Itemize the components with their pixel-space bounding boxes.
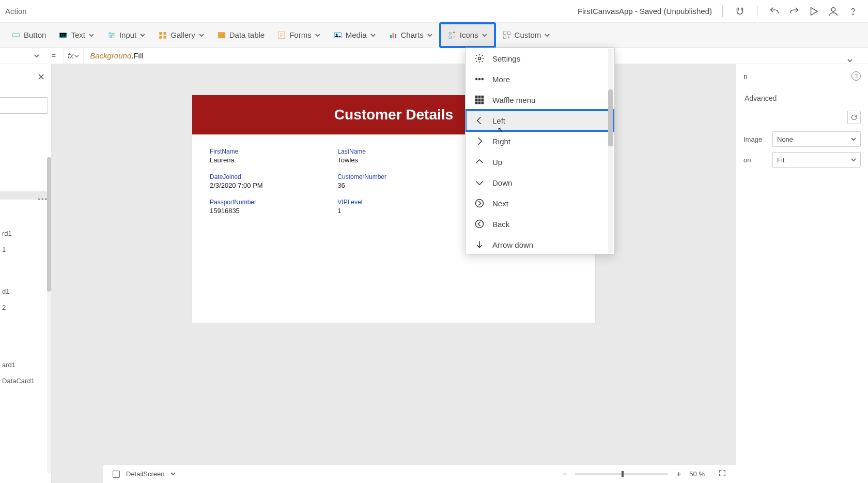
selection-name[interactable]: DetailScreen (126, 470, 164, 478)
dd-item-arrowdown[interactable]: Arrow down (466, 234, 614, 254)
svg-rect-30 (503, 32, 506, 34)
fx-button[interactable]: fx (63, 48, 84, 64)
svg-point-47 (476, 220, 484, 228)
help-icon[interactable] (847, 6, 859, 17)
dd-item-left[interactable]: Left ↖ (466, 110, 614, 131)
tree-node[interactable]: rd1 (0, 225, 51, 242)
dd-label: More (492, 75, 510, 84)
app-checker-icon[interactable] (734, 6, 746, 17)
dropdown-scrollbar-thumb[interactable] (608, 89, 613, 146)
dd-item-up[interactable]: Up (466, 152, 614, 172)
svg-rect-13 (160, 36, 162, 38)
ribbon-datatable[interactable]: Data table (212, 27, 270, 43)
tree-scrollbar[interactable] (47, 157, 51, 292)
svg-rect-41 (478, 99, 480, 100)
svg-rect-38 (478, 96, 480, 98)
media-icon (333, 31, 343, 40)
forms-icon (277, 31, 286, 40)
tree-node[interactable]: d1 (0, 283, 51, 299)
chevron-down-icon[interactable] (171, 470, 176, 478)
refresh-button[interactable] (847, 111, 861, 124)
ribbon-input[interactable]: Input (102, 27, 151, 43)
dd-label: Next (492, 199, 508, 208)
dd-item-next[interactable]: Next (466, 193, 614, 214)
ribbon-custom[interactable]: Custom (497, 27, 556, 43)
undo-icon[interactable] (769, 6, 780, 17)
svg-rect-12 (164, 32, 166, 35)
ribbon-button-label: Button (24, 31, 46, 39)
play-icon[interactable] (808, 6, 819, 17)
zoom-in-button[interactable]: + (674, 470, 683, 479)
gallery-icon (158, 31, 167, 40)
ribbon-charts-label: Charts (401, 31, 424, 39)
canvas-area: Customer Details FirstNameLaurena LastNa… (52, 64, 736, 483)
right-pane-chevron[interactable] (847, 56, 853, 65)
ribbon-media[interactable]: Media (328, 27, 381, 43)
chevron-down-icon (140, 32, 146, 38)
prop-label: on (743, 156, 767, 164)
fit-to-window-icon[interactable] (718, 469, 726, 479)
tree-node[interactable]: ard1 (0, 357, 51, 373)
ribbon-forms[interactable]: Forms (272, 27, 326, 43)
svg-point-46 (476, 200, 484, 207)
dd-label: Right (492, 137, 510, 146)
svg-rect-31 (507, 32, 510, 34)
ribbon-text[interactable]: Abc Text (53, 27, 100, 43)
share-icon[interactable] (828, 6, 839, 17)
svg-rect-14 (164, 36, 166, 38)
formula-object: Background (90, 51, 131, 60)
dd-item-down[interactable]: Down (466, 172, 614, 193)
tree-node[interactable]: 1 (0, 242, 51, 258)
ribbon-button[interactable]: Button (6, 27, 51, 43)
tab-action[interactable]: Action (5, 7, 27, 16)
svg-rect-42 (482, 99, 483, 100)
svg-rect-26 (392, 33, 394, 38)
tree-search[interactable] (0, 97, 48, 114)
field: VIPLevel1 (337, 199, 450, 215)
waffle-icon (474, 94, 485, 105)
dd-item-waffle[interactable]: Waffle menu (466, 89, 614, 110)
status-bar: DetailScreen − + 50 % (103, 464, 736, 483)
ribbon-gallery[interactable]: Gallery (153, 27, 210, 43)
dd-item-back[interactable]: Back (466, 214, 614, 234)
close-icon[interactable]: ✕ (37, 71, 45, 83)
prop-position-select[interactable]: Fit (772, 152, 861, 168)
svg-rect-43 (476, 102, 477, 103)
ribbon-icons[interactable]: Icons (440, 23, 495, 47)
charts-icon (389, 31, 398, 40)
dd-item-settings[interactable]: Settings (466, 48, 614, 69)
svg-rect-32 (503, 36, 506, 38)
dropdown-scrollbar-track[interactable] (608, 49, 613, 253)
tree-node[interactable]: 2 (0, 299, 51, 315)
svg-rect-2 (12, 34, 20, 37)
info-icon[interactable]: ? (851, 71, 861, 81)
ribbon-media-label: Media (346, 31, 367, 39)
field: FirstNameLaurena (210, 148, 322, 164)
dd-label: Left (492, 116, 505, 125)
formula-bar: = fx Background.Fill (0, 48, 868, 64)
section-label: n (743, 72, 748, 81)
equals-sign: = (44, 52, 63, 60)
prop-image-select[interactable]: None (772, 131, 861, 147)
redo-icon[interactable] (788, 6, 800, 17)
field: LastNameTowles (337, 148, 450, 164)
zoom-slider[interactable] (575, 473, 668, 475)
chevron-down-icon (315, 32, 321, 38)
svg-point-0 (831, 7, 835, 11)
tree-node-selected[interactable]: ••• (0, 191, 51, 200)
custom-icon (502, 31, 512, 40)
dd-item-more[interactable]: More (466, 69, 614, 89)
svg-point-36 (482, 79, 483, 80)
svg-rect-29 (449, 36, 452, 38)
zoom-out-button[interactable]: − (560, 470, 569, 479)
icons-icon (447, 31, 457, 40)
chevron-down-icon (544, 32, 550, 38)
properties-tab-advanced[interactable]: Advanced (745, 94, 861, 102)
tree-node[interactable]: DataCard1 (0, 373, 51, 389)
property-selector[interactable] (0, 48, 44, 64)
svg-rect-39 (482, 96, 483, 98)
ribbon-icons-label: Icons (460, 31, 478, 39)
ribbon-charts[interactable]: Charts (383, 27, 438, 43)
arrow-down-icon (474, 239, 485, 250)
dd-item-right[interactable]: Right (466, 131, 614, 152)
